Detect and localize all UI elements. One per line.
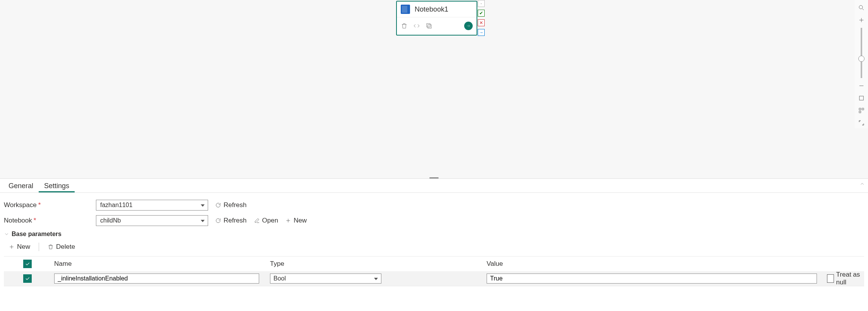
parameters-table: Name Type Value Bool: [4, 256, 864, 286]
zoom-slider[interactable]: [861, 28, 862, 78]
workspace-refresh-button[interactable]: Refresh: [215, 201, 247, 209]
activity-status-ports: · ✔ ✕ →: [478, 0, 485, 36]
zoom-fit-icon[interactable]: [856, 93, 867, 104]
table-row: Bool Treat as null: [4, 271, 864, 286]
treat-null-label: Treat as null: [836, 271, 864, 286]
status-skip-icon[interactable]: →: [478, 29, 485, 36]
header-value: Value: [487, 260, 827, 268]
notebook-select[interactable]: childNb: [96, 215, 208, 226]
notebook-new-button[interactable]: New: [285, 217, 307, 224]
svg-point-2: [859, 5, 863, 9]
copy-icon[interactable]: [425, 22, 432, 29]
canvas-tools: [855, 0, 868, 128]
node-header: Notebook1: [397, 2, 477, 17]
svg-rect-6: [859, 111, 861, 113]
node-toolbar: [397, 17, 477, 34]
param-type-select[interactable]: Bool: [270, 274, 381, 284]
zoom-out-icon[interactable]: [856, 80, 867, 91]
base-parameters-toggle[interactable]: Base parameters: [4, 231, 864, 238]
properties-tabs: General Settings: [0, 179, 868, 193]
notebook-icon: [401, 5, 410, 14]
collapse-panel-icon[interactable]: [859, 181, 865, 188]
workspace-select[interactable]: fazhan1101: [96, 200, 208, 211]
param-new-button[interactable]: New: [6, 241, 32, 252]
zoom-in-icon[interactable]: [856, 15, 867, 25]
tab-general[interactable]: General: [3, 179, 39, 192]
header-type: Type: [270, 260, 487, 268]
select-all-checkbox[interactable]: [23, 260, 32, 268]
parameters-header-row: Name Type Value: [4, 257, 864, 271]
status-pending-icon[interactable]: ·: [478, 0, 485, 7]
svg-rect-0: [428, 25, 431, 28]
header-name: Name: [54, 260, 270, 268]
delete-icon[interactable]: [401, 22, 408, 29]
pipeline-canvas[interactable]: Notebook1 · ✔ ✕ →: [0, 0, 868, 178]
status-success-icon[interactable]: ✔: [478, 10, 485, 17]
code-icon[interactable]: [413, 22, 420, 29]
fullscreen-toggle-icon[interactable]: [856, 117, 867, 128]
svg-rect-1: [427, 24, 430, 27]
status-fail-icon[interactable]: ✕: [478, 19, 485, 26]
node-title: Notebook1: [415, 5, 448, 14]
param-value-input[interactable]: [487, 274, 817, 284]
notebook-refresh-button[interactable]: Refresh: [215, 217, 247, 224]
search-icon[interactable]: [856, 2, 867, 13]
notebook-open-button[interactable]: Open: [254, 217, 279, 224]
notebook-activity-node[interactable]: Notebook1: [396, 1, 477, 36]
workspace-label: Workspace*: [4, 201, 96, 209]
auto-layout-icon[interactable]: [856, 105, 867, 116]
treat-null-checkbox[interactable]: [827, 274, 834, 283]
param-name-input[interactable]: [54, 274, 259, 284]
tab-settings[interactable]: Settings: [39, 179, 75, 192]
zoom-thumb[interactable]: [858, 56, 865, 62]
svg-rect-4: [859, 108, 861, 110]
separator: [39, 243, 39, 251]
param-delete-button[interactable]: Delete: [45, 241, 77, 252]
svg-rect-3: [859, 96, 864, 100]
svg-rect-5: [862, 108, 864, 110]
properties-panel: General Settings Workspace* fazhan1101 R…: [0, 178, 868, 311]
row-checkbox[interactable]: [23, 274, 32, 283]
run-button[interactable]: [464, 22, 473, 30]
notebook-label: Notebook*: [4, 217, 96, 224]
